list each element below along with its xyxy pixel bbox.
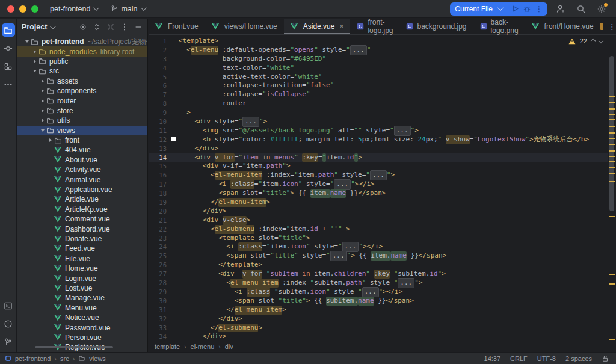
collapse-all-icon[interactable] [106,23,115,31]
tree-item-articlekp-vue[interactable]: ArticleKp.vue [17,205,147,214]
warning-stripe-mark[interactable] [609,274,615,275]
tab-front-home-vue[interactable]: front/Home.vue [525,19,600,34]
editor-scrollbar[interactable] [608,46,615,341]
code-line-27[interactable]: 27 <div v-for="subItem in item.children"… [149,270,608,279]
code-line-21[interactable]: 21 <div v-else> [149,216,608,225]
terminal-tool-button[interactable] [2,299,15,312]
code-line-33[interactable]: 33 </el-submenu> [149,324,608,333]
project-tool-button[interactable] [2,23,15,37]
tree-item-utils[interactable]: utils [17,116,147,125]
debug-button[interactable] [523,5,531,13]
tree-item-donate-vue[interactable]: Donate.vue [17,234,147,244]
status-path-src[interactable]: src [60,355,69,362]
tree-item-applcation-vue[interactable]: Applcation.vue [17,185,147,194]
warning-stripe-mark[interactable] [609,181,615,182]
panel-options-icon[interactable] [120,23,129,31]
chevron-right-icon[interactable] [31,60,38,63]
tree-item-404-vue[interactable]: 404.vue [17,145,147,155]
code-line-12[interactable]: 12 <b style="color: #ffffff; margin-left… [149,135,608,144]
tree-item-assets[interactable]: assets [17,76,147,86]
tree-item-feed-vue[interactable]: Feed.vue [17,244,147,253]
code-editor[interactable]: 1<template>2 <el-menu :default-openeds="… [149,35,608,341]
warning-stripe-mark[interactable] [609,173,615,174]
code-line-28[interactable]: 28 <el-menu-item :index="subItem.path" s… [149,279,608,288]
tree-item-file-vue[interactable]: File.vue [17,254,147,264]
code-line-18[interactable]: 18 <span slot="title"> {{ item.name }}</… [149,189,608,198]
code-line-1[interactable]: 1<template> [149,37,608,46]
tree-item-node-modules[interactable]: node_moduleslibrary root [17,46,147,56]
chevron-right-icon[interactable] [46,138,54,142]
tree-item-home-vue[interactable]: Home.vue [17,264,147,273]
chevron-right-icon[interactable] [38,79,46,83]
code-line-10[interactable]: 10 <div style="..."> [149,117,608,126]
code-line-9[interactable]: 9 > [149,108,608,117]
commit-tool-button[interactable] [2,42,15,55]
tree-item-menu-vue[interactable]: Menu.vue [17,303,147,313]
vcs-branch-widget[interactable]: main [106,3,149,15]
code-line-16[interactable]: 16 <el-menu-item :index="item.path" styl… [149,171,608,180]
expand-all-icon[interactable] [93,23,101,31]
code-line-25[interactable]: 25 <span slot="title" style="..."> {{ it… [149,251,608,261]
chevron-down-icon[interactable] [31,70,38,72]
code-line-29[interactable]: 29 <i :class="subItem.icon" style="...">… [149,288,608,297]
project-widget[interactable]: pet-frontend [46,3,102,15]
status-project[interactable]: pet-frontend [15,355,51,362]
warning-stripe-mark[interactable] [609,96,615,97]
status-path-views[interactable]: views [89,355,106,362]
warning-stripe-mark[interactable] [609,138,615,139]
warning-stripe-mark[interactable] [609,167,615,168]
more-run-options-icon[interactable]: ⋮ [535,5,543,13]
tree-item-password-vue[interactable]: Password.vue [17,322,147,332]
horizontal-scrollbar[interactable] [35,346,113,348]
code-line-19[interactable]: 19 </el-menu-item> [149,198,608,207]
code-line-32[interactable]: 32 </div> [149,315,608,324]
tree-item-dashbord-vue[interactable]: Dashbord.vue [17,224,147,233]
project-panel-title[interactable]: Project [22,23,47,31]
scrollbar-thumb[interactable] [609,56,614,211]
code-line-20[interactable]: 20 </div> [149,207,608,216]
tab-aside-vue[interactable]: Aside.vue× [284,19,351,34]
tree-item-manage-vue[interactable]: Manage.vue [17,293,147,303]
tab-front-vue[interactable]: Front.vue [149,19,205,34]
warning-stripe-mark[interactable] [609,283,615,285]
hide-panel-icon[interactable] [134,23,143,31]
tree-item-activity-vue[interactable]: Activity.vue [17,165,147,174]
run-config-label[interactable]: Current File [455,5,493,13]
more-tools-button[interactable] [2,78,15,91]
chevron-right-icon[interactable] [31,50,38,54]
warning-stripe-mark[interactable] [609,126,615,127]
chevron-down-icon[interactable] [38,129,46,132]
close-tab-icon[interactable]: × [339,22,343,31]
tree-item-components[interactable]: components [17,86,147,96]
tree-item-pet-frontend[interactable]: pet-frontend~/saleProject/宠物领养系 [17,37,147,46]
previous-problem-icon[interactable] [591,39,596,43]
warning-stripe-mark[interactable] [609,108,615,110]
locate-file-icon[interactable] [79,23,87,31]
code-line-5[interactable]: 5 active-text-color="white" [149,73,608,82]
code-line-23[interactable]: 23 <template slot="title"> [149,234,608,243]
file-encoding[interactable]: UTF-8 [537,355,556,362]
tree-item-lost-vue[interactable]: Lost.vue [17,283,147,293]
warning-stripe-mark[interactable] [609,339,615,340]
chevron-right-icon[interactable] [38,119,46,122]
tree-item-login-vue[interactable]: Login.vue [17,273,147,283]
breadcrumb-el-menu[interactable]: el-menu [191,343,215,350]
caret-position[interactable]: 14:37 [484,355,501,362]
settings-gear-icon[interactable] [594,2,609,16]
run-configuration-pill[interactable]: Current File ⋮ [450,2,547,16]
chevron-down-icon[interactable] [23,40,31,43]
code-line-34[interactable]: 34 </div> [149,332,608,341]
tab-back-logo-png[interactable]: back-logo.png [473,19,525,34]
warning-stripe-mark[interactable] [609,156,615,157]
code-line-3[interactable]: 3 background-color="#6495ED" [149,55,608,64]
problems-tool-button[interactable] [2,317,15,330]
code-line-17[interactable]: 17 <i :class="item.icon" style="..."></i… [149,180,608,189]
code-line-31[interactable]: 31 </el-menu-item> [149,306,608,315]
warning-stripe-mark[interactable] [609,144,615,145]
chevron-right-icon[interactable] [38,89,46,93]
tab-background-jpg[interactable]: background.jpg [399,19,473,34]
breadcrumb-div[interactable]: div [225,343,233,350]
code-line-4[interactable]: 4 text-color="white" [149,64,608,73]
code-line-2[interactable]: 2 <el-menu :default-openeds="opens" styl… [149,46,608,55]
warning-stripe-mark[interactable] [609,114,615,115]
